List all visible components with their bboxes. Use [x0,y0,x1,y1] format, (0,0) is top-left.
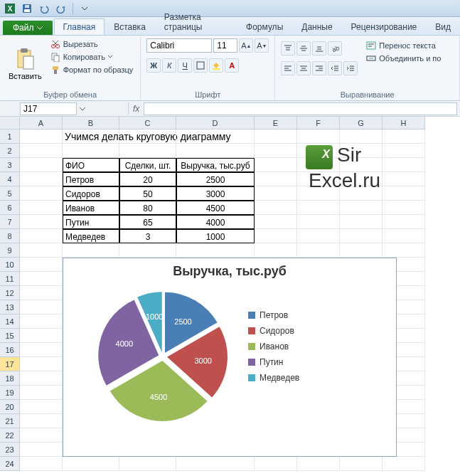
cell[interactable] [383,229,425,243]
cell[interactable]: Сделки, шт. [119,158,176,172]
row-header[interactable]: 3 [0,158,20,172]
cell[interactable] [340,158,383,172]
cell[interactable] [383,144,425,158]
cell[interactable] [297,144,340,158]
border-button[interactable] [193,58,208,73]
cell[interactable] [20,371,63,386]
cell[interactable] [297,201,340,215]
cell[interactable] [119,129,176,144]
row-header[interactable]: 13 [0,300,20,314]
cell[interactable] [20,258,63,272]
row-header[interactable]: 8 [0,229,20,243]
fx-label[interactable]: fx [128,102,144,115]
file-tab[interactable]: Файл [3,21,53,35]
row-header[interactable]: 17 [0,357,20,371]
name-box[interactable]: J17 [20,102,77,115]
align-middle-button[interactable] [296,41,311,55]
row-header[interactable]: 23 [0,443,20,457]
tab-formulas[interactable]: Формулы [237,18,292,35]
cell[interactable] [255,201,297,215]
cell[interactable]: Выручка, тыс.руб [176,158,255,172]
cell[interactable] [20,386,63,400]
cell[interactable]: 80 [119,201,176,215]
cell[interactable] [20,144,63,158]
row-header[interactable]: 20 [0,400,20,414]
align-bottom-button[interactable] [312,41,326,55]
column-headers[interactable]: ABCDEFGH [20,117,425,129]
cell[interactable] [340,229,383,243]
cell[interactable] [20,158,63,172]
pie-chart[interactable]: Выручка, тыс.руб 25003000450040001000 Пе… [63,258,397,457]
cell[interactable] [297,186,340,201]
cell[interactable] [20,229,63,243]
cell[interactable] [297,158,340,172]
cell[interactable] [20,272,63,286]
cell[interactable] [63,243,119,258]
cell[interactable] [255,144,297,158]
row-header[interactable]: 2 [0,144,20,158]
row-header[interactable]: 18 [0,371,20,386]
align-left-button[interactable] [281,61,295,75]
cell[interactable] [20,286,63,300]
cell[interactable] [255,158,297,172]
cell[interactable] [383,243,425,258]
cell[interactable]: ФИО [63,158,119,172]
row-header[interactable]: 4 [0,172,20,186]
cell[interactable] [297,243,340,258]
cell[interactable] [383,201,425,215]
cell[interactable] [255,129,297,144]
italic-button[interactable]: К [162,58,176,73]
cell[interactable] [20,129,63,144]
row-header[interactable]: 15 [0,329,20,343]
bold-button[interactable]: Ж [146,58,161,73]
cell[interactable] [255,186,297,201]
format-painter-button[interactable]: Формат по образцу [49,64,135,75]
row-header[interactable]: 19 [0,386,20,400]
cell[interactable] [63,144,119,158]
row-header[interactable]: 1 [0,129,20,144]
cell[interactable] [63,457,119,471]
cell[interactable] [383,186,425,201]
col-header-H[interactable]: H [383,117,425,129]
cell[interactable]: Иванов [63,201,119,215]
cell[interactable] [119,457,176,471]
col-header-C[interactable]: C [119,117,176,129]
tab-review[interactable]: Рецензирование [342,18,427,35]
cell[interactable] [20,428,63,443]
row-header[interactable]: 6 [0,201,20,215]
align-top-button[interactable] [281,41,295,55]
cell[interactable] [255,215,297,229]
align-center-button[interactable] [296,61,311,75]
font-color-button[interactable]: A [225,58,239,73]
align-right-button[interactable] [312,61,326,75]
cell[interactable] [20,329,63,343]
cell[interactable] [340,215,383,229]
row-header[interactable]: 22 [0,428,20,443]
cell[interactable] [176,144,255,158]
cell[interactable] [20,457,63,471]
cell[interactable] [297,215,340,229]
row-header[interactable]: 14 [0,314,20,329]
cell[interactable] [20,343,63,357]
save-icon[interactable] [20,1,34,16]
decrease-font-button[interactable]: A▼ [255,38,269,53]
cell[interactable]: 65 [119,215,176,229]
cell[interactable] [20,186,63,201]
cell[interactable] [383,457,425,471]
cell[interactable] [20,414,63,428]
wrap-text-button[interactable]: Перенос текста [365,40,442,51]
cell[interactable] [297,129,340,144]
cell[interactable] [20,314,63,329]
col-header-D[interactable]: D [176,117,255,129]
col-header-E[interactable]: E [255,117,297,129]
cell[interactable]: Петров [63,172,119,186]
cell[interactable] [20,172,63,186]
cell[interactable]: 3000 [176,186,255,201]
legend-item[interactable]: Путин [248,357,299,367]
cell[interactable]: Учимся делать круговую диаграмму [63,129,119,144]
tab-page-layout[interactable]: Разметка страницы [155,9,237,35]
cell[interactable] [340,243,383,258]
cell[interactable] [340,457,383,471]
cell[interactable]: Сидоров [63,186,119,201]
cell[interactable] [20,443,63,457]
